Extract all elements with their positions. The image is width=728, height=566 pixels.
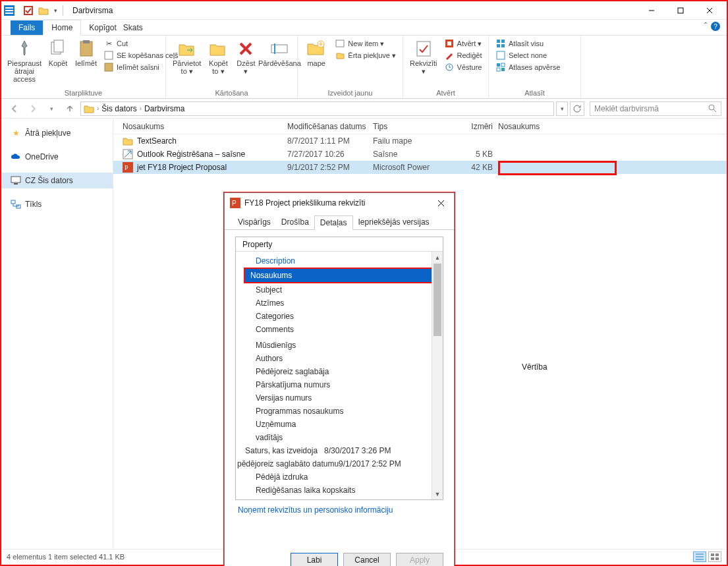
invert-icon bbox=[495, 62, 506, 72]
file-row[interactable]: Outlook Reģistrēšana – saīsne 7/27/2017 … bbox=[113, 148, 727, 161]
invert-selection-button[interactable]: Atlases apvērse bbox=[495, 62, 560, 72]
svg-rect-15 bbox=[336, 40, 344, 47]
select-all-icon bbox=[495, 38, 506, 49]
properties-button[interactable]: Rekvizīti ▾ bbox=[410, 38, 437, 75]
prop-content-created[interactable]: Saturs, kas izveidoja 8/30/2017 3:26 PM bbox=[236, 444, 443, 457]
prop-authors[interactable]: Authors bbox=[236, 352, 443, 365]
new-folder-icon bbox=[306, 38, 327, 59]
copy-to-button[interactable]: Kopēt to ▾ bbox=[208, 38, 229, 75]
edit-icon bbox=[444, 50, 455, 61]
scroll-thumb[interactable] bbox=[434, 264, 441, 336]
paste-button[interactable]: Ielīmēt bbox=[75, 38, 97, 67]
properties-scrollbar[interactable]: ▲ ▼ bbox=[432, 252, 443, 499]
refresh-button[interactable] bbox=[570, 101, 584, 116]
group-label-organize: Kārtošana bbox=[173, 89, 291, 97]
rename-button[interactable]: Pārdēvēšana bbox=[263, 38, 296, 67]
new-item-icon bbox=[335, 38, 345, 49]
dialog-tab-general[interactable]: Vispārīgs bbox=[233, 215, 276, 229]
col-size[interactable]: Izmēri bbox=[452, 122, 498, 131]
edit-button[interactable]: Rediģēt bbox=[444, 50, 482, 61]
qat-props-icon[interactable] bbox=[24, 6, 33, 15]
dialog-cancel-button[interactable]: Cancel bbox=[343, 553, 391, 566]
back-button[interactable] bbox=[7, 101, 22, 117]
prop-tags[interactable]: Atzīmes bbox=[236, 297, 443, 310]
new-item-button[interactable]: New item ▾ bbox=[335, 38, 396, 49]
recent-button[interactable]: ▾ bbox=[43, 101, 59, 117]
app-icon bbox=[4, 5, 14, 16]
breadcrumb-desktop[interactable]: Darbvirsma bbox=[144, 104, 184, 113]
prop-edit-time[interactable]: Rediģēšanas laika kopskaits bbox=[236, 484, 443, 497]
minimize-button[interactable] bbox=[637, 1, 666, 20]
select-none-icon bbox=[495, 50, 506, 61]
prop-date-saved[interactable]: pēdējoreiz saglabāto datumu9/1/2017 2:52… bbox=[236, 457, 443, 470]
col-name[interactable]: Nosaukums bbox=[123, 122, 287, 131]
sidebar-item-quick-access[interactable]: ★Ātrā piekļuve bbox=[1, 125, 113, 141]
column-headers[interactable]: Nosaukums Modificēšanas datums Tips Izmē… bbox=[113, 119, 727, 134]
up-button[interactable] bbox=[62, 101, 78, 117]
folder-icon bbox=[123, 136, 133, 146]
new-folder-button[interactable]: mape bbox=[304, 38, 328, 67]
remove-properties-link[interactable]: Noņemt rekvizītus un personisko informāc… bbox=[235, 500, 443, 516]
svg-rect-3 bbox=[5, 13, 13, 14]
scroll-down-icon[interactable]: ▼ bbox=[432, 488, 443, 499]
tab-home[interactable]: Home bbox=[43, 20, 81, 36]
col-type[interactable]: Tips bbox=[373, 122, 452, 131]
value-label: Vērtība bbox=[522, 362, 547, 372]
sidebar-item-onedrive[interactable]: OneDrive bbox=[1, 149, 113, 165]
prop-categories[interactable]: Categories bbox=[236, 310, 443, 323]
sidebar-item-this-pc[interactable]: CZ Šis dators bbox=[1, 173, 113, 188]
copy-button[interactable]: Kopēt bbox=[47, 38, 69, 67]
tab-file[interactable]: Fails bbox=[11, 20, 43, 35]
prop-manager[interactable]: vadītājs bbox=[236, 431, 443, 444]
tab-view[interactable]: Skats bbox=[115, 20, 151, 35]
dialog-apply-button[interactable]: Apply bbox=[396, 553, 443, 566]
sidebar-item-network[interactable]: Tīkls bbox=[1, 196, 113, 212]
prop-revision[interactable]: Pārskatījuma numurs bbox=[236, 378, 443, 391]
properties-list[interactable]: Property Description Nosaukums Subject A… bbox=[235, 237, 443, 500]
prop-last-printed[interactable]: Pēdējā izdruka bbox=[236, 470, 443, 484]
delete-button[interactable]: Dzēst ▾ bbox=[235, 38, 256, 75]
dialog-tab-security[interactable]: Drošība bbox=[276, 215, 314, 229]
maximize-button[interactable] bbox=[666, 1, 695, 20]
file-row-selected[interactable]: Pjet FY18 Project Proposal 9/1/2017 2:52… bbox=[113, 161, 727, 174]
file-row[interactable]: TextSearch 8/7/2017 1:11 PM Failu mape bbox=[113, 134, 727, 148]
open-button[interactable]: Atvērt ▾ bbox=[444, 38, 482, 49]
select-all-button[interactable]: Atlasīt visu bbox=[495, 38, 560, 49]
dialog-title: FY18 Project priekšlikuma rekvizīti bbox=[244, 198, 365, 208]
prop-program[interactable]: Programmas nosaukums bbox=[236, 405, 443, 418]
dialog-ok-button[interactable]: Labi bbox=[291, 553, 338, 566]
paste-icon bbox=[76, 38, 97, 59]
prop-company[interactable]: Uzņēmuma bbox=[236, 418, 443, 431]
col-modified[interactable]: Modificēšanas datums bbox=[287, 122, 373, 131]
dialog-close-button[interactable] bbox=[433, 195, 449, 211]
easy-access-button[interactable]: Ērta piekļuve ▾ bbox=[335, 50, 396, 61]
dialog-tab-previous[interactable]: Iepriekšējās versijas bbox=[353, 215, 435, 229]
dialog-tab-details[interactable]: Detaļas bbox=[314, 215, 353, 230]
breadcrumb[interactable]: › Šis dators › Darbvirsma bbox=[80, 101, 554, 116]
prop-comments[interactable]: Comments bbox=[236, 323, 443, 336]
search-input[interactable]: Meklēt darbvirsmā bbox=[590, 101, 721, 116]
property-column-header[interactable]: Property bbox=[236, 237, 443, 252]
help-icon[interactable]: ? bbox=[711, 22, 720, 31]
details-view-button[interactable] bbox=[693, 552, 706, 562]
breadcrumb-pc[interactable]: Šis dators bbox=[101, 104, 136, 113]
close-button[interactable] bbox=[695, 1, 724, 20]
prop-last-saved-by[interactable]: Pēdējoreiz saglabāja bbox=[236, 365, 443, 378]
scroll-up-icon[interactable]: ▲ bbox=[432, 252, 443, 263]
forward-button[interactable] bbox=[25, 101, 41, 117]
prop-subject[interactable]: Subject bbox=[236, 283, 443, 297]
select-none-button[interactable]: Select none bbox=[495, 50, 560, 61]
icons-view-button[interactable] bbox=[708, 552, 721, 562]
move-to-button[interactable]: Pārvietot to ▾ bbox=[173, 38, 201, 75]
scissors-icon: ✂ bbox=[103, 38, 114, 49]
qat-folder-icon[interactable] bbox=[38, 6, 49, 15]
breadcrumb-dropdown[interactable]: ▾ bbox=[556, 101, 568, 116]
col-name2[interactable]: Nosaukums bbox=[498, 122, 617, 131]
pin-quick-access-button[interactable]: Piespraust ātrajai access bbox=[8, 38, 41, 83]
qat-dropdown-icon[interactable]: ▾ bbox=[54, 7, 57, 14]
prop-title-selected[interactable]: Nosaukums bbox=[244, 268, 440, 283]
history-button[interactable]: Vēsture bbox=[444, 62, 482, 72]
prop-version[interactable]: Versijas numurs bbox=[236, 391, 443, 405]
collapse-ribbon-icon[interactable]: ˆ bbox=[704, 22, 707, 31]
svg-text:P: P bbox=[232, 200, 237, 207]
